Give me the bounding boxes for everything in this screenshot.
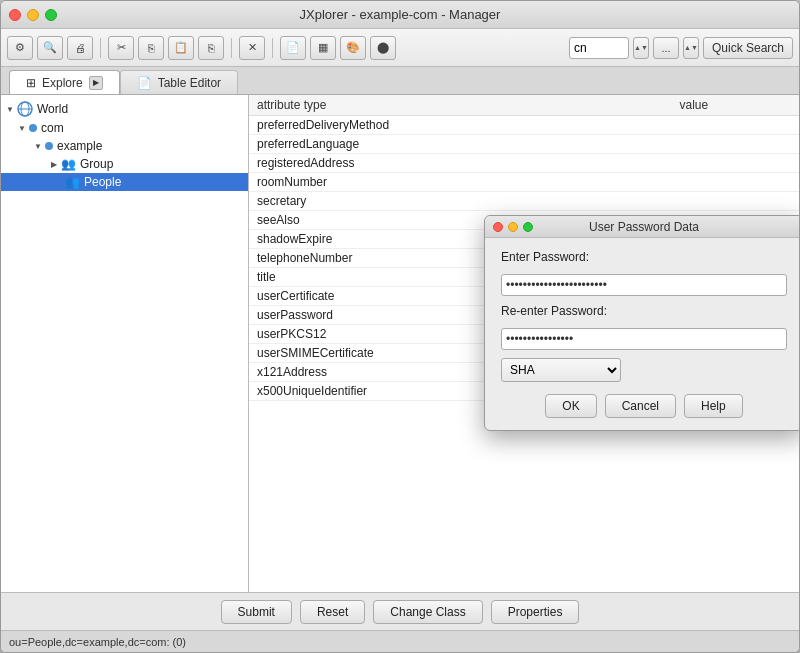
settings-button[interactable]: ⚙: [7, 36, 33, 60]
circle-button[interactable]: ⬤: [370, 36, 396, 60]
table-row[interactable]: preferredLanguage: [249, 135, 799, 154]
dialog-title-bar: User Password Data: [485, 216, 799, 238]
hash-algorithm-row: SHA MD5 SSHA SMD5 PLAIN: [501, 358, 787, 382]
dialog-traffic-lights: [493, 222, 533, 232]
submit-button[interactable]: Submit: [221, 600, 292, 624]
tree-label-com: com: [41, 121, 64, 135]
tree-label-people: People: [84, 175, 121, 189]
tree-label-group: Group: [80, 157, 113, 171]
toolbar: ⚙ 🔍 🖨 ✂ ⎘ 📋 ⎘ ✕ 📄 ▦ 🎨 ⬤ ▲▼ ... ▲▼ Quick …: [1, 29, 799, 67]
tree-item-world[interactable]: ▼ World: [1, 99, 248, 119]
col-value: value: [671, 95, 799, 116]
ellipsis-button[interactable]: ...: [653, 37, 679, 59]
dialog-maximize-button[interactable]: [523, 222, 533, 232]
enter-password-label: Enter Password:: [501, 250, 787, 264]
minimize-button[interactable]: [27, 9, 39, 21]
value-cell: [671, 135, 799, 154]
reenter-password-input[interactable]: [501, 328, 787, 350]
status-text: ou=People,dc=example,dc=com: (0): [9, 636, 186, 648]
password-input[interactable]: [501, 274, 787, 296]
tree-label-world: World: [37, 102, 68, 116]
action-bar: Submit Reset Change Class Properties: [1, 592, 799, 630]
dot-icon-example: [45, 142, 53, 150]
tree-panel: ▼ World ▼ com ▼ example ▶ 👥: [1, 95, 249, 592]
print-button[interactable]: 🖨: [67, 36, 93, 60]
expand-arrow-world: ▼: [5, 104, 15, 114]
main-area: ▼ World ▼ com ▼ example ▶ 👥: [1, 95, 799, 592]
tab-table-editor[interactable]: 📄 Table Editor: [120, 70, 238, 94]
attribute-cell: roomNumber: [249, 173, 671, 192]
attribute-cell: preferredDeliveryMethod: [249, 116, 671, 135]
value-cell: [671, 116, 799, 135]
dialog-close-button[interactable]: [493, 222, 503, 232]
cut-button[interactable]: ✂: [108, 36, 134, 60]
nav-spinner[interactable]: ▲▼: [683, 37, 699, 59]
delete-button[interactable]: ✕: [239, 36, 265, 60]
table-row[interactable]: roomNumber: [249, 173, 799, 192]
change-class-button[interactable]: Change Class: [373, 600, 482, 624]
properties-button[interactable]: Properties: [491, 600, 580, 624]
dialog-body: Enter Password: Re-enter Password: SHA M…: [485, 238, 799, 430]
world-icon: [17, 101, 33, 117]
cn-field: ▲▼: [569, 37, 649, 59]
separator-2: [231, 38, 232, 58]
copy2-button[interactable]: ⎘: [198, 36, 224, 60]
search-button[interactable]: 🔍: [37, 36, 63, 60]
tree-item-people[interactable]: 👥 People: [1, 173, 248, 191]
dialog-buttons: OK Cancel Help: [501, 394, 787, 418]
tree-item-group[interactable]: ▶ 👥 Group: [1, 155, 248, 173]
cn-input[interactable]: [569, 37, 629, 59]
status-bar: ou=People,dc=example,dc=com: (0): [1, 630, 799, 652]
table-editor-label: Table Editor: [158, 76, 221, 90]
maximize-button[interactable]: [45, 9, 57, 21]
color-button[interactable]: 🎨: [340, 36, 366, 60]
group-icon: 👥: [61, 157, 76, 171]
table-row[interactable]: registeredAddress: [249, 154, 799, 173]
explore-icon: ⊞: [26, 76, 36, 90]
paste-button[interactable]: 📋: [168, 36, 194, 60]
explore-label: Explore: [42, 76, 83, 90]
reenter-password-label: Re-enter Password:: [501, 304, 787, 318]
hash-algorithm-select[interactable]: SHA MD5 SSHA SMD5 PLAIN: [501, 358, 621, 382]
dialog-minimize-button[interactable]: [508, 222, 518, 232]
tab-bar: ⊞ Explore ▶ 📄 Table Editor: [1, 67, 799, 95]
help-button[interactable]: Help: [684, 394, 743, 418]
attribute-cell: registeredAddress: [249, 154, 671, 173]
table-icon: 📄: [137, 76, 152, 90]
separator-3: [272, 38, 273, 58]
title-bar: JXplorer - example-com - Manager: [1, 1, 799, 29]
cn-spinner[interactable]: ▲▼: [633, 37, 649, 59]
cancel-button[interactable]: Cancel: [605, 394, 676, 418]
reset-button[interactable]: Reset: [300, 600, 365, 624]
play-button[interactable]: ▶: [89, 76, 103, 90]
col-attribute-type: attribute type: [249, 95, 671, 116]
value-cell: [671, 154, 799, 173]
attribute-cell: secretary: [249, 192, 671, 211]
people-icon: 👥: [65, 175, 80, 189]
tree-item-com[interactable]: ▼ com: [1, 119, 248, 137]
expand-arrow-group: ▶: [49, 159, 59, 169]
traffic-lights: [9, 9, 57, 21]
value-cell: [671, 192, 799, 211]
grid-button[interactable]: ▦: [310, 36, 336, 60]
window-title: JXplorer - example-com - Manager: [300, 7, 501, 22]
attribute-cell: preferredLanguage: [249, 135, 671, 154]
copy-button[interactable]: ⎘: [138, 36, 164, 60]
table-row[interactable]: preferredDeliveryMethod: [249, 116, 799, 135]
ok-button[interactable]: OK: [545, 394, 596, 418]
table-row[interactable]: secretary: [249, 192, 799, 211]
tree-item-example[interactable]: ▼ example: [1, 137, 248, 155]
tree-label-example: example: [57, 139, 102, 153]
separator-1: [100, 38, 101, 58]
expand-arrow-com: ▼: [17, 123, 27, 133]
table-panel: attribute type value preferredDeliveryMe…: [249, 95, 799, 592]
value-cell: [671, 173, 799, 192]
dot-icon-com: [29, 124, 37, 132]
expand-arrow-example: ▼: [33, 141, 43, 151]
new-button[interactable]: 📄: [280, 36, 306, 60]
quick-search-button[interactable]: Quick Search: [703, 37, 793, 59]
close-button[interactable]: [9, 9, 21, 21]
main-window: JXplorer - example-com - Manager ⚙ 🔍 🖨 ✂…: [0, 0, 800, 653]
dialog-title: User Password Data: [589, 220, 699, 234]
tab-explore[interactable]: ⊞ Explore ▶: [9, 70, 120, 94]
